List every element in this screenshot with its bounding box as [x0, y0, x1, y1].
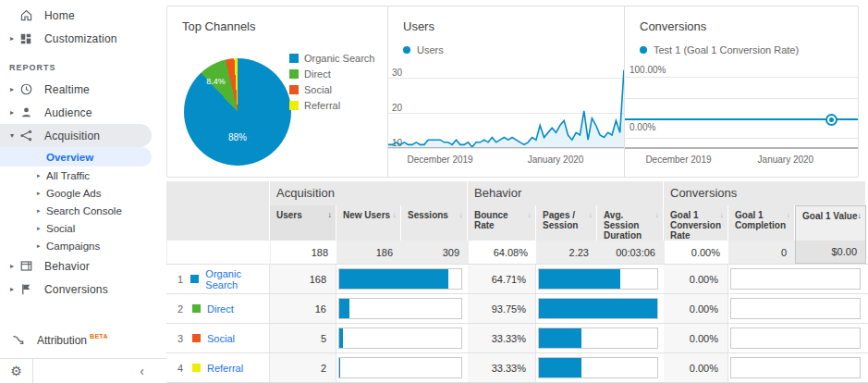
sidebar-subitem-label: Search Console: [46, 205, 122, 216]
acquisition-icon: [18, 129, 33, 143]
sidebar-subitem-overview[interactable]: Overview: [0, 147, 152, 167]
sidebar-item-label: Realtime: [44, 83, 90, 96]
pie-slice-label-organic: 88%: [228, 131, 247, 142]
y-axis-tick: 0.00%: [630, 122, 655, 132]
sidebar-item-label: Acquisition: [44, 130, 100, 142]
channel-link[interactable]: Direct: [207, 303, 234, 315]
header-row-labels: [166, 205, 270, 241]
x-axis-tick: January 2020: [758, 154, 814, 165]
sidebar-item-conversions[interactable]: ▸ Conversions: [0, 278, 166, 301]
bounce-rate-value: 93.75%: [468, 294, 536, 323]
settings-gear-icon[interactable]: ⚙: [0, 359, 33, 383]
sidebar-item-customization[interactable]: ▸ Customization: [0, 27, 166, 50]
header-goal-value[interactable]: Goal 1 Value↓: [795, 205, 866, 241]
row-label-cell: 1 Organic Search: [166, 265, 270, 293]
sort-icon: ↓: [459, 210, 464, 220]
legend-swatch: [289, 101, 299, 110]
group-spacer: [166, 181, 270, 205]
header-new-users[interactable]: New Users↓: [336, 205, 401, 241]
bounce-bar-cell: [536, 294, 664, 323]
expand-icon: ▸: [7, 85, 17, 93]
sidebar-subitem-search-console[interactable]: ▸ Search Console: [0, 202, 166, 219]
legend-item: Social: [289, 84, 374, 95]
expand-icon: ▸: [37, 207, 46, 215]
sidebar-item-label: Customization: [44, 32, 117, 45]
expand-icon: ▸: [37, 172, 46, 179]
bounce-bar: [539, 299, 657, 318]
goal-bar-cell: [728, 294, 866, 323]
main-content: Top Channels 88% 8.4% Organic Search Dir…: [166, 0, 868, 383]
expand-icon: ▸: [7, 262, 17, 270]
expand-icon: ▸: [37, 225, 46, 232]
channel-color-swatch: [192, 364, 201, 372]
data-point-marker[interactable]: [825, 114, 837, 126]
goal-rate-value: 0.00%: [664, 353, 728, 382]
sidebar-item-attribution[interactable]: Attribution BETA: [0, 329, 166, 352]
table-row: 2 Direct 16 93.75% 0.00%: [166, 294, 868, 324]
realtime-clock-icon: [18, 82, 33, 97]
bar-box: [730, 357, 861, 378]
group-conversions: Conversions: [664, 181, 866, 205]
users-bar: [339, 358, 340, 377]
sidebar-subitem-social[interactable]: ▸ Social: [0, 219, 166, 237]
sidebar-item-label: Conversions: [44, 283, 108, 296]
sidebar-item-label: Audience: [44, 106, 92, 119]
header-sessions[interactable]: Sessions↓: [401, 205, 468, 241]
header-avg-session-duration[interactable]: Avg. Session Duration↓: [597, 205, 664, 241]
goal-bar-cell: [728, 353, 866, 382]
header-goal-conversion-rate[interactable]: Goal 1 Conversion Rate↓: [664, 205, 728, 241]
goal-rate-value: 0.00%: [664, 265, 728, 293]
sidebar-subitem-label: Google Ads: [46, 188, 101, 199]
sidebar-footer: ⚙ ‹: [0, 358, 166, 383]
sidebar-subitem-label: Overview: [46, 152, 93, 163]
sidebar-item-acquisition[interactable]: ▾ Acquisition: [0, 124, 152, 147]
y-axis-tick: 100.00%: [630, 65, 666, 75]
sidebar-subitem-campaigns[interactable]: ▸ Campaigns: [0, 237, 166, 254]
sidebar-subitem-all-traffic[interactable]: ▸ All Traffic: [0, 167, 166, 184]
users-line-chart[interactable]: 30 20 10: [388, 68, 624, 149]
table-row: 3 Social 5 33.33% 0.00%: [166, 324, 868, 353]
bar-box: [338, 268, 462, 290]
channel-link[interactable]: Referral: [207, 363, 243, 374]
header-pages-session[interactable]: Pages / Session↓: [536, 205, 597, 241]
header-goal-completion[interactable]: Goal 1 Completion↓: [728, 205, 795, 241]
top-channels-pie-chart[interactable]: 88% 8.4%: [184, 58, 291, 166]
sidebar-item-behavior[interactable]: ▸ Behavior: [0, 254, 166, 278]
x-axis-tick: December 2019: [408, 154, 473, 165]
bounce-bar-cell: [536, 353, 664, 382]
conversions-line-chart[interactable]: 100.00% 0.00%: [625, 68, 858, 149]
total-sessions: 309: [401, 241, 468, 264]
users-value: 168: [270, 265, 336, 293]
users-bar-cell: [336, 324, 468, 352]
sidebar-item-home[interactable]: Home: [0, 4, 166, 27]
conversions-card: Conversions Test 1 (Goal 1 Conversion Ra…: [625, 6, 858, 177]
row-index: 4: [177, 363, 192, 374]
channel-link[interactable]: Organic Search: [205, 268, 269, 290]
header-users[interactable]: Users↓: [270, 205, 336, 241]
legend-item: Direct: [289, 68, 374, 80]
row-label-cell: 3 Social: [166, 324, 270, 352]
bounce-rate-value: 33.33%: [468, 324, 536, 352]
header-bounce-rate[interactable]: Bounce Rate↓: [468, 205, 536, 241]
totals-spacer: [166, 241, 270, 264]
card-title: Users: [388, 6, 624, 33]
sidebar-subitem-google-ads[interactable]: ▸ Google Ads: [0, 184, 166, 202]
total-goal-completion: 0: [728, 241, 795, 264]
channel-link[interactable]: Social: [207, 333, 235, 344]
expand-icon: ▸: [37, 190, 46, 197]
collapse-sidebar-chevron-icon[interactable]: ‹: [140, 364, 166, 378]
card-title: Top Channels: [167, 6, 387, 33]
table-group-header-row: Acquisition Behavior Conversions: [166, 181, 868, 205]
channel-color-swatch: [192, 304, 201, 313]
bounce-rate-value: 33.33%: [468, 353, 536, 382]
pie-legend: Organic Search Direct Social Referral: [289, 53, 374, 116]
sidebar-item-realtime[interactable]: ▸ Realtime: [0, 78, 166, 101]
sidebar-item-audience[interactable]: ▸ Audience: [0, 101, 166, 124]
users-bar-cell: [336, 353, 468, 382]
card-title: Conversions: [625, 6, 858, 33]
goal-bar-cell: [728, 324, 866, 352]
sidebar-subitem-label: Campaigns: [46, 241, 100, 252]
bounce-bar: [539, 328, 581, 348]
bar-box: [538, 298, 658, 319]
legend-item: Referral: [289, 100, 374, 111]
